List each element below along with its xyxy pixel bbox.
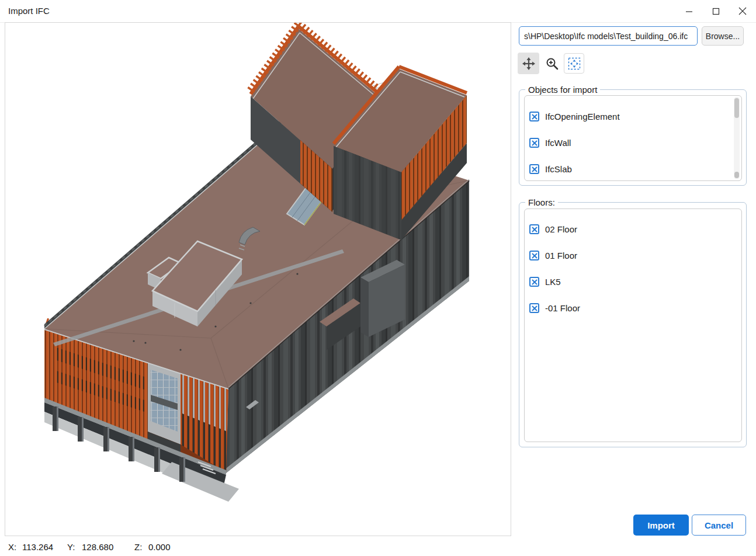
- list-item[interactable]: IfcOpeningElement: [529, 112, 620, 121]
- floor-label: 02 Floor: [545, 224, 577, 234]
- model-viewport[interactable]: [5, 22, 511, 536]
- floors-group-title: Floors:: [525, 197, 558, 207]
- scrollbar-end: [734, 172, 739, 178]
- cancel-button[interactable]: Cancel: [692, 515, 746, 536]
- checkbox[interactable]: [529, 277, 539, 287]
- objects-group-title: Objects for import: [525, 85, 600, 95]
- list-item[interactable]: IfcSlab: [529, 164, 572, 174]
- object-type-label: IfcWall: [545, 138, 571, 148]
- floor-label: LK5: [545, 277, 561, 287]
- import-ifc-dialog: Import IFC: [0, 0, 756, 556]
- maximize-icon: [712, 8, 720, 15]
- objects-list[interactable]: IfcOpeningElement IfcWall IfcSlab: [524, 95, 742, 181]
- center-view-icon: [567, 57, 581, 71]
- pan-tool-button[interactable]: [518, 53, 539, 74]
- status-z-value: 0.000: [148, 542, 171, 552]
- status-y-label: Y:: [67, 542, 75, 552]
- browse-button[interactable]: Browse...: [702, 26, 744, 46]
- zoom-tool-button[interactable]: [542, 53, 562, 74]
- close-icon: [738, 7, 747, 15]
- title-bar: Import IFC: [0, 0, 756, 23]
- minimize-button[interactable]: [675, 0, 702, 22]
- import-button[interactable]: Import: [633, 515, 689, 536]
- status-x-label: X:: [8, 542, 16, 552]
- checkbox[interactable]: [529, 112, 539, 121]
- window-title: Import IFC: [8, 0, 50, 22]
- close-button[interactable]: [729, 0, 756, 22]
- scrollbar-thumb[interactable]: [734, 98, 739, 118]
- status-z-label: Z:: [134, 542, 142, 552]
- status-y-value: 128.680: [82, 542, 113, 552]
- minimize-icon: [685, 8, 693, 15]
- scrollbar[interactable]: [734, 97, 740, 179]
- object-type-label: IfcOpeningElement: [545, 112, 620, 121]
- floor-label: -01 Floor: [545, 303, 580, 313]
- list-item[interactable]: IfcWall: [529, 138, 571, 148]
- building-model[interactable]: [5, 23, 511, 536]
- checkbox[interactable]: [529, 138, 539, 148]
- checkbox[interactable]: [529, 251, 539, 260]
- magnifier-plus-icon: [545, 57, 559, 71]
- floor-label: 01 Floor: [545, 251, 577, 260]
- fit-view-tool-button[interactable]: [564, 53, 584, 74]
- checkbox[interactable]: [529, 224, 539, 234]
- list-item[interactable]: 02 Floor: [529, 224, 577, 234]
- list-item[interactable]: 01 Floor: [529, 251, 577, 260]
- move-arrows-icon: [522, 57, 536, 71]
- maximize-button[interactable]: [702, 0, 729, 22]
- floors-list[interactable]: 02 Floor 01 Floor LK5 -01 Floor: [524, 208, 742, 442]
- object-type-label: IfcSlab: [545, 164, 572, 174]
- checkbox[interactable]: [529, 164, 539, 174]
- status-x-value: 113.264: [22, 542, 53, 552]
- file-path-input[interactable]: [519, 26, 698, 46]
- list-item[interactable]: -01 Floor: [529, 303, 580, 313]
- list-item[interactable]: LK5: [529, 277, 561, 287]
- checkbox[interactable]: [529, 303, 539, 313]
